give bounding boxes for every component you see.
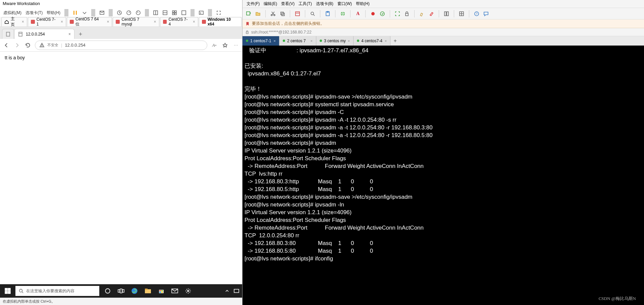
menu-edit[interactable]: 编辑(E) [262,1,279,7]
layout-single-icon[interactable] [151,8,160,17]
globe-icon[interactable] [339,10,347,18]
close-icon[interactable]: × [274,39,276,43]
refresh-button[interactable] [24,42,32,49]
terminal-output[interactable]: 验证中 : ipvsadm-1.27-7.el7.x86_64 已安装: ipv… [243,46,644,305]
menu-vm[interactable]: 虚拟机(M) [1,10,23,16]
new-tab-button[interactable]: + [76,29,85,39]
task-view-icon[interactable] [115,284,127,298]
layout-split-icon[interactable] [160,8,170,17]
record-icon[interactable] [369,10,377,18]
menu-tools[interactable]: 工具(T) [297,1,314,7]
tile-icon[interactable] [458,10,466,18]
highlight-icon[interactable] [418,10,426,18]
read-aloud-icon[interactable]: A» [211,42,218,49]
session-tab-2[interactable]: 2 centos 7× [279,36,316,46]
pause-icon[interactable] [70,8,80,17]
color-icon[interactable] [427,10,435,18]
close-icon[interactable]: × [20,19,24,24]
tab-label: CentOS 7-1 [37,17,58,26]
edge-icon[interactable] [128,284,141,298]
cut-icon[interactable] [269,10,277,18]
tab-label: CentOS 7 mysql [121,17,151,26]
svg-rect-55 [406,13,408,16]
keyboard-icon[interactable] [233,284,240,298]
open-icon[interactable] [254,10,262,18]
close-icon[interactable]: × [59,19,63,24]
address-bar[interactable]: 不安全 | 12.0.0.254 [35,41,207,50]
menu-help[interactable]: 帮助(H) [354,1,372,7]
tab-centos7-64[interactable]: CentOS 7 64 位× [67,17,112,26]
close-icon[interactable]: × [153,19,156,24]
add-session-button[interactable]: + [390,38,400,44]
status-dot-icon [246,40,248,42]
layout-grid-icon[interactable] [170,8,179,17]
tab-label: 3 centos my [324,39,346,43]
menu-tabs[interactable]: 选项卡(T) [23,10,45,16]
dropdown-icon[interactable] [80,8,89,17]
separator [208,9,212,16]
session-tab-1[interactable]: 1 centos7-1× [243,36,279,46]
browser-collapsed-tab[interactable] [2,29,14,39]
layout-icon[interactable] [442,10,450,18]
start-button[interactable] [0,284,15,298]
fullscreen-icon[interactable] [214,8,223,17]
close-icon[interactable]: × [68,32,71,37]
more-icon[interactable]: ⋯ [232,42,239,49]
paste-icon[interactable] [324,10,332,18]
copy-icon[interactable] [278,10,286,18]
tab-windows10[interactable]: Windows 10 x64 [199,17,241,26]
tab-centos7-mysql[interactable]: CentOS 7 mysql× [113,17,159,26]
find-icon[interactable] [309,10,317,18]
svg-rect-37 [161,292,163,293]
explorer-icon[interactable] [142,284,154,298]
home-icon [4,19,9,24]
new-session-icon[interactable] [245,10,253,18]
help-icon[interactable]: ? [473,10,481,18]
store-icon[interactable] [155,284,168,298]
close-icon[interactable]: × [311,39,313,43]
menu-window[interactable]: 窗口(W) [335,1,354,7]
font-icon[interactable]: A [354,10,362,18]
lock-icon[interactable] [403,10,411,18]
chevron-up-icon[interactable] [223,284,231,298]
mail-icon[interactable] [168,284,181,298]
properties-icon[interactable] [293,10,302,18]
status-dot-icon [357,40,359,42]
chat-icon[interactable] [482,10,490,18]
menu-file[interactable]: 文件(F) [245,1,262,7]
back-button[interactable] [3,42,10,49]
close-icon[interactable]: × [385,39,387,43]
snapshot-icon[interactable] [115,8,124,17]
console-icon[interactable] [197,8,206,17]
svg-rect-56 [444,12,446,16]
tab-centos7-4[interactable]: CentOS 7-4× [160,17,198,26]
favorite-icon[interactable] [221,42,229,49]
session-tab-4[interactable]: 4 centos7-4× [354,36,390,46]
browser-tab[interactable]: 12.0.0.254 × [14,29,74,39]
separator [469,10,469,17]
tab-home[interactable]: 主页 × [1,17,27,26]
forward-button[interactable] [13,42,21,49]
settings-icon[interactable] [182,284,195,298]
menu-tab[interactable]: 选项卡(B) [314,1,335,7]
tab-label: Windows 10 x64 [208,17,238,26]
snapshot-manager-icon[interactable] [124,8,133,17]
session-tab-3[interactable]: 3 centos my× [316,36,354,46]
send-icon[interactable] [97,8,107,17]
cortana-icon[interactable] [101,284,114,298]
layout-thumb-icon[interactable] [179,8,189,17]
menu-help[interactable]: 帮助(H) [45,10,62,16]
svg-rect-15 [199,11,203,14]
svg-rect-34 [159,290,161,291]
menu-view[interactable]: 查看(V) [279,1,297,7]
fullscreen-icon[interactable] [393,10,401,18]
svg-rect-29 [122,290,124,292]
revert-icon[interactable] [133,8,143,17]
close-icon[interactable]: × [105,19,109,24]
close-icon[interactable]: × [192,19,195,24]
taskbar-search[interactable]: 在这里输入你要搜索的内容 [15,286,99,296]
close-icon[interactable]: × [348,39,350,43]
svg-rect-10 [172,11,174,12]
tab-centos7-1[interactable]: CentOS 7-1× [28,17,66,26]
script-icon[interactable] [378,10,386,18]
